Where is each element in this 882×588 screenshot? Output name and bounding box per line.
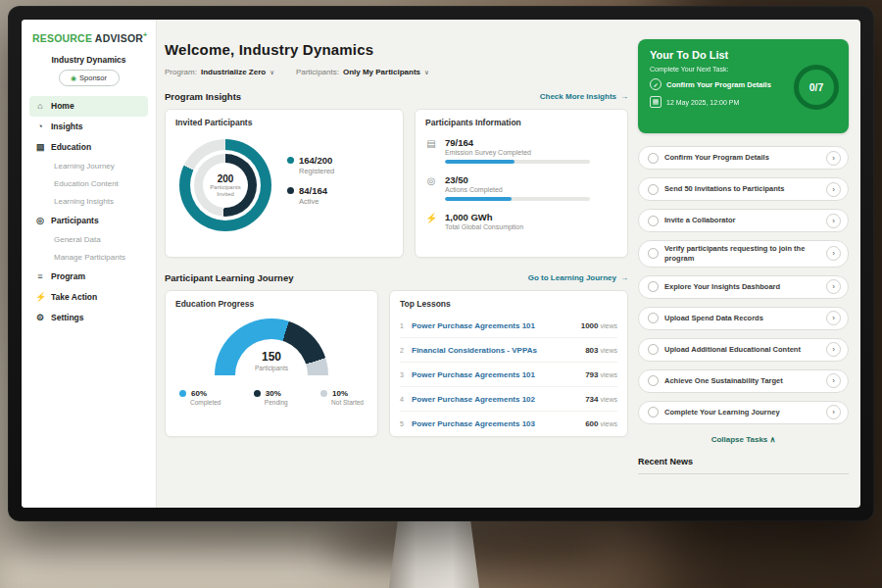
section-title: Program Insights: [165, 91, 241, 102]
sidebar-item-take-action[interactable]: ⚡ Take Action: [29, 287, 148, 308]
take-action-icon: ⚡: [35, 292, 45, 302]
task-item-complete-learning-journey[interactable]: Complete Your Learning Journey ›: [638, 401, 849, 424]
chevron-right-icon[interactable]: ›: [826, 311, 841, 325]
sidebar-item-insights[interactable]: ◔ Insights: [29, 117, 148, 137]
donut-center-label: Participants Invited: [205, 184, 246, 198]
task-list: Confirm Your Program Details › Send 50 I…: [638, 146, 849, 424]
sidebar-item-program[interactable]: ≡ Program: [29, 267, 148, 287]
task-item-achieve-target[interactable]: Achieve One Sustainability Target ›: [638, 369, 849, 393]
check-more-insights-link[interactable]: Check More Insights →: [540, 92, 628, 101]
sidebar-item-participants[interactable]: ◎ Participants: [29, 211, 148, 231]
task-item-confirm-program[interactable]: Confirm Your Program Details ›: [638, 146, 849, 170]
task-checkbox[interactable]: [648, 216, 659, 226]
sidebar-item-education[interactable]: ▤ Education: [29, 137, 148, 158]
sidebar-item-label: Participants: [51, 216, 99, 225]
recent-news-title: Recent News: [638, 457, 849, 474]
todo-panel: Your To Do List Complete Your Next Task:…: [628, 20, 860, 508]
monitor-stand: [389, 517, 479, 588]
lesson-link[interactable]: Power Purchase Agreements 102: [412, 395, 585, 404]
lesson-link[interactable]: Financial Considerations - VPPAs: [412, 346, 585, 355]
task-checkbox[interactable]: [648, 184, 659, 195]
lesson-row: 3 Power Purchase Agreements 101 793views: [400, 363, 617, 387]
page-title: Welcome, Industry Dynamics: [165, 41, 628, 58]
chevron-down-icon: ∨: [270, 69, 274, 76]
collapse-tasks-link[interactable]: Collapse Tasks ∧: [638, 435, 849, 444]
lesson-link[interactable]: Power Purchase Agreements 103: [412, 419, 585, 428]
gauge-center-label: Participants: [255, 365, 288, 371]
chevron-right-icon[interactable]: ›: [826, 405, 841, 419]
sidebar-item-label: Take Action: [51, 292, 97, 302]
task-item-upload-spend-data[interactable]: Upload Spend Data Records ›: [638, 307, 849, 330]
logo-secondary: ADVISOR: [95, 32, 143, 44]
task-item-explore-insights[interactable]: Explore Your Insights Dashboard ›: [638, 275, 849, 299]
chevron-right-icon[interactable]: ›: [826, 342, 841, 357]
arrow-right-icon: →: [620, 273, 628, 282]
lesson-link[interactable]: Power Purchase Agreements 101: [412, 370, 585, 379]
task-item-send-invitations[interactable]: Send 50 Invitations to Participants ›: [638, 177, 849, 201]
program-filter-value: Industrialize Zero: [201, 68, 266, 76]
sponsor-badge[interactable]: ◉ Sponsor: [59, 70, 120, 86]
sidebar-item-label: Learning Insights: [54, 197, 114, 206]
task-checkbox[interactable]: [648, 375, 659, 386]
participants-filter-dropdown[interactable]: Participants: Only My Participants ∨: [296, 68, 429, 76]
chevron-right-icon[interactable]: ›: [826, 151, 841, 166]
survey-icon: ▤: [425, 137, 437, 164]
sidebar-item-label: Home: [51, 101, 74, 111]
program-insights-cards: Invited Participants 200 Participants In…: [165, 109, 628, 258]
sidebar-item-home[interactable]: ⌂ Home: [29, 96, 148, 117]
progress-bar: [445, 160, 590, 164]
legend-item-pending: 30% Pending: [254, 389, 288, 406]
program-filter-dropdown[interactable]: Program: Industrialize Zero ∨: [165, 68, 274, 76]
logo-primary: RESOURCE: [32, 32, 92, 44]
sidebar-item-learning-journey[interactable]: Learning Journey: [29, 158, 148, 175]
task-item-verify-participants[interactable]: Verify participants requesting to join t…: [638, 240, 849, 268]
chevron-right-icon[interactable]: ›: [826, 214, 841, 228]
task-item-invite-collaborator[interactable]: Invite a Collaborator ›: [638, 209, 849, 232]
sidebar: RESOURCE ADVISOR+ Industry Dynamics ◉ Sp…: [22, 20, 157, 508]
settings-icon: ⚙: [35, 313, 45, 322]
task-checkbox[interactable]: [648, 313, 659, 323]
program-icon: ≡: [35, 271, 45, 281]
chevron-right-icon[interactable]: ›: [826, 182, 841, 197]
lesson-link[interactable]: Power Purchase Agreements 101: [412, 321, 581, 330]
sidebar-item-learning-insights[interactable]: Learning Insights: [29, 193, 148, 211]
legend-item-registered: 164/200 Registered: [287, 155, 334, 175]
legend-dot: [287, 187, 294, 194]
lesson-rank: 2: [400, 347, 412, 354]
gauge-center-value: 150: [262, 351, 281, 363]
sponsor-icon: ◉: [71, 74, 76, 81]
legend-dot: [179, 390, 186, 397]
participants-filter-label: Participants:: [296, 68, 339, 76]
sidebar-item-manage-participants[interactable]: Manage Participants: [29, 249, 148, 267]
chevron-down-icon: ∨: [424, 69, 429, 76]
task-checkbox[interactable]: [648, 248, 659, 259]
card-title: Education Progress: [175, 299, 368, 309]
task-checkbox[interactable]: [648, 153, 659, 164]
progress-bar: [445, 197, 590, 201]
home-icon: ⌂: [35, 101, 45, 111]
chevron-right-icon[interactable]: ›: [826, 279, 841, 294]
sidebar-item-label: Education: [51, 142, 91, 152]
card-title: Invited Participants: [175, 118, 393, 127]
sidebar-item-settings[interactable]: ⚙ Settings: [29, 308, 148, 328]
go-to-learning-journey-link[interactable]: Go to Learning Journey →: [528, 273, 628, 282]
lesson-rank: 3: [400, 371, 412, 378]
task-item-upload-educational-content[interactable]: Upload Additional Educational Content ›: [638, 338, 849, 362]
chevron-right-icon[interactable]: ›: [826, 373, 841, 388]
main-content: Welcome, Industry Dynamics Program: Indu…: [157, 20, 628, 508]
learning-journey-cards: Education Progress 150 Participants: [165, 290, 628, 437]
donut-center-value: 200: [218, 173, 234, 184]
lesson-rank: 5: [400, 420, 412, 427]
task-checkbox[interactable]: [648, 407, 659, 417]
task-checkbox[interactable]: [648, 281, 659, 292]
card-title: Top Lessons: [400, 299, 617, 314]
lesson-row: 1 Power Purchase Agreements 101 1000view…: [400, 314, 617, 338]
todo-summary-card: Your To Do List Complete Your Next Task:…: [638, 39, 849, 133]
lesson-row: 2 Financial Considerations - VPPAs 803vi…: [400, 338, 617, 363]
sidebar-item-education-content[interactable]: Education Content: [29, 175, 148, 193]
sidebar-item-general-data[interactable]: General Data: [29, 231, 148, 249]
chevron-right-icon[interactable]: ›: [826, 246, 841, 261]
program-insights-header: Program Insights Check More Insights →: [165, 91, 628, 102]
education-gauge: 150 Participants: [215, 318, 328, 375]
task-checkbox[interactable]: [648, 344, 659, 355]
